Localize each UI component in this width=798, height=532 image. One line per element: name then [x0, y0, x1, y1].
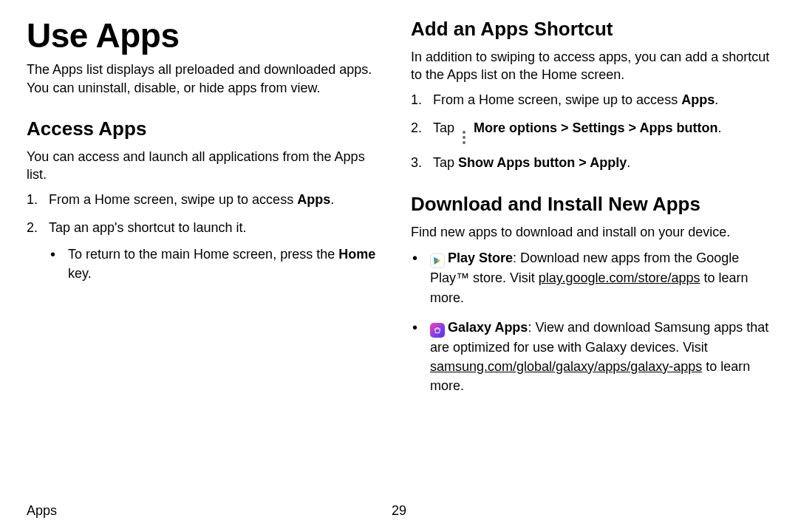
more-options-bold: More options > Settings > Apps button: [474, 120, 717, 135]
show-apps-bold: Show Apps button > Apply: [458, 155, 627, 170]
download-install-intro: Find new apps to download and install on…: [411, 223, 771, 241]
galaxy-apps-label: Galaxy Apps: [448, 320, 528, 335]
add-shortcut-intro: In addition to swiping to access apps, y…: [411, 48, 771, 84]
page-title: Use Apps: [27, 18, 387, 53]
add-shortcut-heading: Add an Apps Shortcut: [411, 18, 771, 41]
right-column: Add an Apps Shortcut In addition to swip…: [411, 18, 771, 491]
galaxy-apps-link[interactable]: samsung.com/global/galaxy/apps/galaxy-ap…: [430, 359, 702, 374]
access-apps-heading: Access Apps: [27, 117, 387, 140]
page-columns: Use Apps The Apps list displays all prel…: [27, 18, 771, 491]
play-store-label: Play Store: [448, 250, 513, 265]
add-shortcut-steps: From a Home screen, swipe up to access A…: [411, 90, 771, 172]
left-column: Use Apps The Apps list displays all prel…: [27, 18, 387, 491]
play-store-icon: [430, 253, 445, 268]
text: Tap: [433, 155, 458, 170]
text: From a Home screen, swipe up to access: [49, 192, 297, 207]
galaxy-apps-icon: [430, 323, 445, 338]
shortcut-step-2: Tap More options > Settings > Apps butto…: [411, 118, 771, 144]
play-store-link[interactable]: play.google.com/store/apps: [539, 270, 700, 285]
text: key.: [68, 266, 92, 281]
access-apps-intro: You can access and launch all applicatio…: [27, 148, 387, 184]
text: .: [627, 155, 630, 170]
text: To return to the main Home screen, press…: [68, 247, 338, 262]
intro-text: The Apps list displays all preloaded and…: [27, 61, 387, 97]
access-step-1: From a Home screen, swipe up to access A…: [27, 190, 387, 209]
text: .: [715, 92, 718, 107]
play-store-item: Play Store: Download new apps from the G…: [411, 248, 771, 307]
access-sub-1: To return to the main Home screen, press…: [49, 245, 387, 283]
access-substeps: To return to the main Home screen, press…: [49, 245, 387, 283]
footer-page-number: 29: [392, 503, 406, 519]
shortcut-step-1: From a Home screen, swipe up to access A…: [411, 90, 771, 109]
page-footer: Apps 29: [27, 503, 771, 519]
text: From a Home screen, swipe up to access: [433, 92, 681, 107]
download-install-heading: Download and Install New Apps: [411, 193, 771, 216]
footer-section: Apps: [27, 503, 57, 518]
access-apps-steps: From a Home screen, swipe up to access A…: [27, 190, 387, 283]
galaxy-apps-item: Galaxy Apps: View and download Samsung a…: [411, 318, 771, 395]
download-list: Play Store: Download new apps from the G…: [411, 248, 771, 395]
text: .: [717, 120, 721, 135]
access-step-2: Tap an app's shortcut to launch it. To r…: [27, 218, 387, 283]
shortcut-step-3: Tap Show Apps button > Apply.: [411, 153, 771, 172]
apps-bold: Apps: [297, 192, 330, 207]
more-options-icon: [460, 131, 468, 144]
text: .: [330, 192, 334, 207]
home-bold: Home: [338, 247, 375, 262]
apps-bold: Apps: [681, 92, 715, 107]
text: Tap an app's shortcut to launch it.: [49, 220, 247, 235]
text: Tap: [433, 120, 458, 135]
